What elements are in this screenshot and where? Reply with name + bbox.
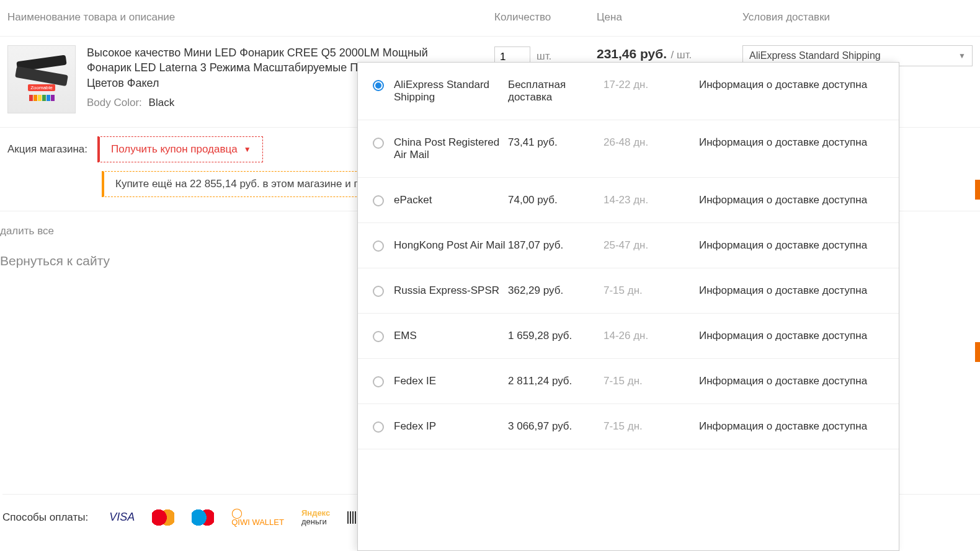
mastercard-icon: [152, 509, 174, 526]
shipping-option[interactable]: Russia Express-SPSR362,29 руб.7-15 дн.Ин…: [358, 268, 899, 314]
price-main: 231,46 руб.: [597, 46, 667, 61]
promo-message: Купите ещё на 22 855,14 руб. в этом мага…: [102, 171, 394, 197]
shipping-option-info: Информация о доставке доступна: [699, 239, 884, 252]
maestro-icon: [192, 509, 214, 526]
radio-button[interactable]: [373, 286, 384, 297]
shipping-options-panel: AliExpress Standard ShippingБесплатная д…: [357, 62, 899, 551]
shipping-option-info: Информация о доставке доступна: [699, 79, 884, 91]
body-color-value: Black: [149, 97, 175, 108]
shipping-option-days: 25-47 дн.: [604, 239, 697, 252]
shipping-option-price: 3 066,97 руб.: [508, 420, 601, 433]
shipping-option[interactable]: EMS1 659,28 руб.14-26 дн.Информация о до…: [358, 314, 899, 359]
shipping-option-name: Fedex IP: [394, 420, 506, 433]
shipping-option-name: China Post Registered Air Mail: [394, 136, 506, 161]
shipping-option-price: 187,07 руб.: [508, 239, 601, 252]
sidebar-fragment: [975, 180, 980, 399]
shipping-option-info: Информация о доставке доступна: [699, 420, 884, 433]
shipping-option[interactable]: China Post Registered Air Mail73,41 руб.…: [358, 120, 899, 178]
radio-button[interactable]: [373, 195, 384, 206]
radio-button[interactable]: [373, 80, 384, 91]
shipping-option-info: Информация о доставке доступна: [699, 375, 884, 387]
qiwi-wallet-icon: QIWI WALLET: [231, 508, 284, 526]
product-thumbnail[interactable]: Zoomable: [7, 45, 76, 113]
shipping-option-name: EMS: [394, 330, 506, 342]
delete-all-link[interactable]: далить все: [0, 223, 54, 240]
shipping-option-price: Бесплатная доставка: [508, 79, 601, 104]
shipping-option[interactable]: AliExpress Standard ShippingБесплатная д…: [358, 63, 899, 120]
payment-label: Способы оплаты:: [2, 511, 88, 524]
col-name-label: Наименование товара и описание: [7, 11, 494, 24]
shipping-option[interactable]: HongKong Post Air Mail187,07 руб.25-47 д…: [358, 223, 899, 268]
shipping-option-name: ePacket: [394, 194, 506, 206]
col-shipping-label: Условия доставки: [742, 11, 973, 24]
coupon-button-text: Получить купон продавца: [111, 143, 238, 156]
shipping-selected-value: AliExpress Standard Shipping: [749, 50, 881, 61]
visa-icon: VISA: [109, 511, 135, 524]
return-to-site-link[interactable]: Вернуться к сайту: [0, 249, 110, 273]
shipping-option-days: 7-15 дн.: [604, 375, 697, 387]
shipping-option-days: 7-15 дн.: [604, 284, 697, 297]
shipping-option-days: 14-26 дн.: [604, 330, 697, 342]
shipping-option-price: 73,41 руб.: [508, 136, 601, 149]
shipping-option-info: Информация о доставке доступна: [699, 136, 884, 149]
shipping-option-info: Информация о доставке доступна: [699, 284, 884, 297]
col-qty-label: Количество: [494, 11, 597, 24]
radio-button[interactable]: [373, 331, 384, 342]
shipping-option-name: Fedex IE: [394, 375, 506, 387]
cart-columns-header: Наименование товара и описание Количеств…: [0, 0, 980, 37]
chevron-down-icon: ▼: [244, 145, 251, 154]
col-price-label: Цена: [597, 11, 742, 24]
shipping-option-days: 14-23 дн.: [604, 194, 697, 206]
shipping-option-info: Информация о доставке доступна: [699, 194, 884, 206]
shipping-option-price: 362,29 руб.: [508, 284, 601, 297]
shipping-option-price: 1 659,28 руб.: [508, 330, 601, 342]
shipping-option-days: 7-15 дн.: [604, 420, 697, 433]
body-color-label: Body Color:: [87, 97, 142, 108]
shipping-option[interactable]: Fedex IE2 811,24 руб.7-15 дн.Информация …: [358, 359, 899, 404]
shipping-option[interactable]: ePacket74,00 руб.14-23 дн.Информация о д…: [358, 178, 899, 223]
price-per-unit: / шт.: [671, 49, 692, 61]
shipping-option-price: 2 811,24 руб.: [508, 375, 601, 387]
shipping-option-name: Russia Express-SPSR: [394, 284, 506, 297]
shipping-option-days: 17-22 дн.: [604, 79, 697, 91]
shipping-option-name: AliExpress Standard Shipping: [394, 79, 506, 104]
shipping-option-days: 26-48 дн.: [604, 136, 697, 149]
chevron-down-icon: ▼: [958, 51, 966, 60]
yandex-money-icon: Яндексденьги: [301, 509, 330, 526]
shipping-option-name: HongKong Post Air Mail: [394, 239, 506, 252]
quantity-unit: шт.: [537, 46, 551, 63]
get-coupon-button[interactable]: Получить купон продавца ▼: [97, 136, 263, 162]
shipping-option[interactable]: Fedex IP3 066,97 руб.7-15 дн.Информация …: [358, 404, 899, 449]
shipping-option-info: Информация о доставке доступна: [699, 330, 884, 342]
radio-button[interactable]: [373, 138, 384, 149]
radio-button[interactable]: [373, 240, 384, 252]
radio-button[interactable]: [373, 421, 384, 433]
promo-label: Акция магазина:: [7, 143, 87, 156]
shipping-option-price: 74,00 руб.: [508, 194, 601, 206]
radio-button[interactable]: [373, 376, 384, 387]
